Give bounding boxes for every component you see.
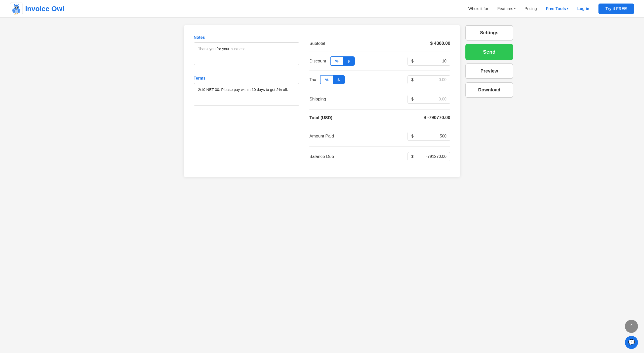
left-panel: Notes Terms [194, 35, 299, 167]
discount-percent-btn[interactable]: % [331, 57, 343, 65]
subtotal-label: Subtotal [309, 41, 325, 46]
discount-left: Discount % $ [309, 56, 355, 66]
tax-dollar-sign: $ [411, 78, 414, 82]
notes-input[interactable] [194, 42, 299, 65]
features-chevron-icon: ▾ [514, 7, 515, 10]
terms-section: Terms [194, 76, 299, 107]
tax-toggle-group: % $ [320, 75, 345, 84]
preview-button[interactable]: Preview [465, 63, 513, 79]
right-panel: Subtotal $ 4300.00 Discount % $ [309, 35, 450, 167]
try-free-button[interactable]: Try it FREE [598, 4, 634, 14]
discount-label: Discount [309, 59, 326, 64]
terms-label: Terms [194, 76, 299, 81]
shipping-row: Shipping $ 0.00 [309, 89, 450, 110]
amount-paid-value[interactable]: 500 [440, 134, 447, 138]
settings-button[interactable]: Settings [465, 25, 513, 41]
shipping-label: Shipping [309, 97, 326, 102]
balance-due-wrapper: $ -791270.00 [408, 152, 450, 161]
nav-freetools[interactable]: Free Tools ▾ [546, 7, 568, 11]
terms-input[interactable] [194, 83, 299, 106]
discount-amount-wrapper: $ 10 [408, 57, 450, 66]
sidebar-buttons: Settings Send Preview Download [465, 25, 513, 98]
amount-paid-label: Amount Paid [309, 134, 334, 139]
logo-text: Invoice Owl [25, 5, 64, 13]
subtotal-value: $ 4300.00 [430, 41, 450, 46]
discount-dollar-sign: $ [411, 59, 414, 63]
tax-left: Tax % $ [309, 75, 345, 84]
navbar: Invoice Owl Who's it for Features ▾ Pric… [0, 0, 644, 18]
download-button[interactable]: Download [465, 82, 513, 98]
nav-pricing[interactable]: Pricing [525, 7, 537, 11]
main-card: Notes Terms Subtotal $ 4300.00 [184, 25, 460, 177]
balance-due-dollar-sign: $ [411, 154, 414, 159]
discount-row: Discount % $ $ 10 [309, 52, 450, 70]
freetools-chevron-icon: ▾ [567, 7, 568, 10]
chat-button[interactable]: 💬 [625, 336, 638, 349]
tax-dollar-btn[interactable]: $ [333, 76, 344, 84]
amount-paid-row: Amount Paid $ 500 [309, 126, 450, 147]
svg-point-10 [15, 7, 16, 7]
balance-due-label: Balance Due [309, 154, 334, 159]
totals-section: Subtotal $ 4300.00 Discount % $ [309, 35, 450, 167]
tax-percent-btn[interactable]: % [320, 76, 333, 84]
logo-link[interactable]: Invoice Owl [10, 3, 64, 15]
discount-value[interactable]: 10 [442, 59, 447, 63]
tax-label: Tax [309, 77, 316, 82]
tax-value[interactable]: 0.00 [439, 78, 447, 82]
scroll-top-icon: ⌃ [629, 323, 634, 330]
shipping-dollar-sign: $ [411, 97, 414, 101]
shipping-amount-wrapper: $ 0.00 [408, 95, 450, 104]
balance-due-value[interactable]: -791270.00 [426, 154, 447, 159]
chat-icon: 💬 [628, 339, 635, 346]
notes-label: Notes [194, 35, 299, 40]
discount-dollar-btn[interactable]: $ [343, 57, 354, 65]
amount-paid-wrapper: $ 500 [408, 132, 450, 141]
nav-login[interactable]: Log in [577, 7, 589, 11]
page-wrapper: Notes Terms Subtotal $ 4300.00 [0, 18, 644, 185]
scroll-top-button[interactable]: ⌃ [625, 320, 638, 333]
send-button[interactable]: Send [465, 44, 513, 60]
discount-toggle-group: % $ [330, 56, 355, 66]
content-area: Notes Terms Subtotal $ 4300.00 [194, 35, 450, 167]
tax-amount-wrapper: $ 0.00 [408, 75, 450, 84]
total-label: Total (USD) [309, 115, 332, 120]
amount-paid-dollar-sign: $ [411, 134, 414, 138]
balance-due-row: Balance Due $ -791270.00 [309, 147, 450, 167]
svg-point-11 [17, 7, 18, 7]
nav-links: Who's it for Features ▾ Pricing Free Too… [468, 4, 634, 14]
tax-row: Tax % $ $ 0.00 [309, 70, 450, 89]
nav-features[interactable]: Features ▾ [497, 7, 515, 11]
svg-point-8 [15, 6, 16, 8]
owl-logo-icon [10, 3, 23, 15]
shipping-value[interactable]: 0.00 [439, 97, 447, 101]
svg-point-9 [17, 6, 18, 8]
notes-section: Notes [194, 35, 299, 66]
grand-total-row: Total (USD) $ -790770.00 [309, 110, 450, 126]
nav-whoisitfor[interactable]: Who's it for [468, 7, 488, 11]
total-value: $ -790770.00 [424, 115, 450, 120]
subtotal-row: Subtotal $ 4300.00 [309, 35, 450, 52]
